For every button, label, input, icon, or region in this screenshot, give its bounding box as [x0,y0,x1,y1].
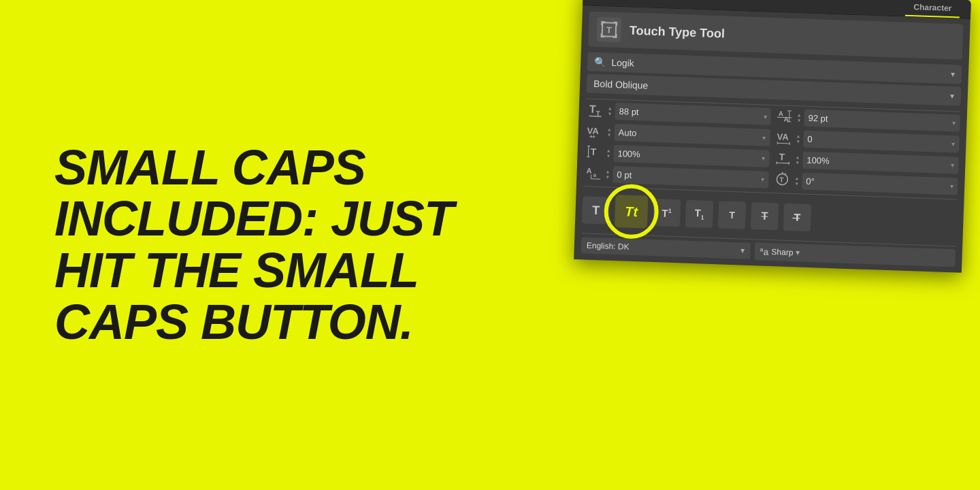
kerning-stepper[interactable]: ▲ ▼ [606,127,611,137]
baseline-shift-dropdown[interactable]: ▾ [761,176,764,183]
svg-text:T: T [779,151,785,162]
horizontal-scale-stepper[interactable]: ▲ ▼ [795,154,800,165]
vertical-scale-stepper[interactable]: ▲ ▼ [606,148,610,158]
rotation-icon: T [772,172,792,189]
main-heading: Small Caps Included: Just Hit The Small … [54,142,453,348]
vertical-scale-dropdown[interactable]: ▾ [762,154,765,162]
fraction-button[interactable]: T̶ [783,203,811,231]
rotation-value: 0° [806,176,947,191]
svg-text:T: T [779,176,783,183]
anti-alias-text: Sharp [771,247,794,257]
svg-text:T: T [589,103,597,115]
left-panel: Small Caps Included: Just Hit The Small … [0,0,558,490]
leading-icon: A A [774,108,794,126]
vertical-scale-input[interactable]: 100% ▾ [613,145,770,167]
small-caps-button[interactable]: Tt [615,195,649,229]
tracking-input[interactable]: 0 ▾ [803,131,960,153]
vertical-scale-row: T ▲ ▼ 100% ▾ [584,144,770,167]
size-leading-grid: T T ▲ ▼ 88 pt ▾ [583,101,960,195]
ttt-icon: T [596,17,621,42]
font-size-dropdown[interactable]: ▾ [763,113,766,120]
svg-line-4 [589,116,602,117]
tracking-dropdown[interactable]: ▾ [951,140,955,148]
rotation-stepper[interactable]: ▲ ▼ [794,176,799,186]
language-text: English: DK [587,241,630,252]
ttt-label: Touch Type Tool [630,23,725,41]
svg-text:T: T [590,146,597,157]
horizontal-scale-value: 100% [806,155,948,170]
horizontal-scale-row: T ▲ ▼ 100% ▾ [773,150,959,174]
vertical-scale-icon: T [584,144,604,161]
font-style-name: Bold Oblique [593,78,649,91]
svg-text:A: A [587,167,592,175]
rotation-dropdown[interactable]: ▾ [950,182,953,190]
baseline-shift-value: 0 pt [617,169,758,184]
tt-button-text: Tt [625,203,638,220]
panel-body: T Touch Type Tool 🔍 Logik ▾ Bold Oblique [574,5,970,273]
strikethrough-button[interactable]: T [751,202,779,230]
tt-button-wrapper: Tt [615,195,649,229]
character-tab[interactable]: Character [905,0,960,18]
svg-text:VA: VA [777,131,789,142]
baseline-shift-row: A a ▲ ▼ 0 pt ▾ [583,165,769,188]
font-size-icon: T T [585,101,605,119]
search-icon: 🔍 [594,56,606,68]
svg-text:A: A [779,110,784,117]
all-caps-button[interactable]: T [718,201,746,229]
font-family-dropdown-arrow[interactable]: ▾ [951,69,955,79]
kerning-value: Auto [618,127,760,142]
horizontal-scale-icon: T [773,150,793,168]
language-row: English: DK ▾ ªa Sharp ▾ [581,236,956,267]
leading-input[interactable]: 92 pt ▾ [804,110,960,132]
subscript-button[interactable]: T1 [685,200,713,228]
kerning-input[interactable]: Auto ▾ [614,124,770,146]
leading-stepper[interactable]: ▲ ▼ [796,112,801,122]
tracking-stepper[interactable]: ▲ ▼ [796,133,800,144]
horizontal-scale-dropdown[interactable]: ▾ [951,161,954,169]
leading-dropdown[interactable]: ▾ [952,119,956,127]
svg-text:a: a [593,172,596,178]
font-style-dropdown-arrow[interactable]: ▾ [950,91,954,101]
font-size-row: T T ▲ ▼ 88 pt ▾ [585,101,771,125]
svg-text:VA: VA [587,126,600,137]
language-input[interactable]: English: DK ▾ [581,237,750,259]
tracking-icon: VA [774,129,794,147]
kerning-row: VA ▲ ▼ Auto ▾ [585,122,770,146]
baseline-shift-icon: A a [583,165,603,182]
svg-text:T: T [606,24,612,35]
anti-alias-icon: ªa [760,246,769,257]
tracking-value: 0 [807,134,949,149]
touch-type-tool-row[interactable]: T Touch Type Tool [588,12,963,60]
font-size-value: 88 pt [619,106,760,121]
right-panel: Character T Touch Type Tool [558,0,980,490]
character-panel: Character T Touch Type Tool [574,0,971,273]
type-buttons-row: T Tt T1 T1 T [582,191,958,242]
vertical-scale-value: 100% [617,148,759,163]
rotation-row: T ▲ ▼ 0° ▾ [772,172,958,195]
leading-value: 92 pt [808,113,949,128]
font-size-input[interactable]: 88 pt ▾ [615,103,771,125]
anti-alias-input[interactable]: ªa Sharp ▾ [754,242,956,267]
leading-row: A A ▲ ▼ 92 pt ▾ [774,108,960,131]
anti-alias-dropdown-arrow[interactable]: ▾ [796,248,800,257]
language-dropdown-arrow[interactable]: ▾ [740,246,745,255]
font-size-stepper[interactable]: ▲ ▼ [608,106,612,116]
baseline-shift-stepper[interactable]: ▲ ▼ [605,169,610,179]
kerning-dropdown[interactable]: ▾ [762,134,766,142]
horizontal-scale-input[interactable]: 100% ▾ [802,152,959,174]
kerning-icon: VA [585,122,604,140]
tracking-row: VA ▲ ▼ 0 ▾ [774,129,960,152]
svg-line-7 [777,117,792,118]
rotation-input[interactable]: 0° ▾ [802,173,958,195]
